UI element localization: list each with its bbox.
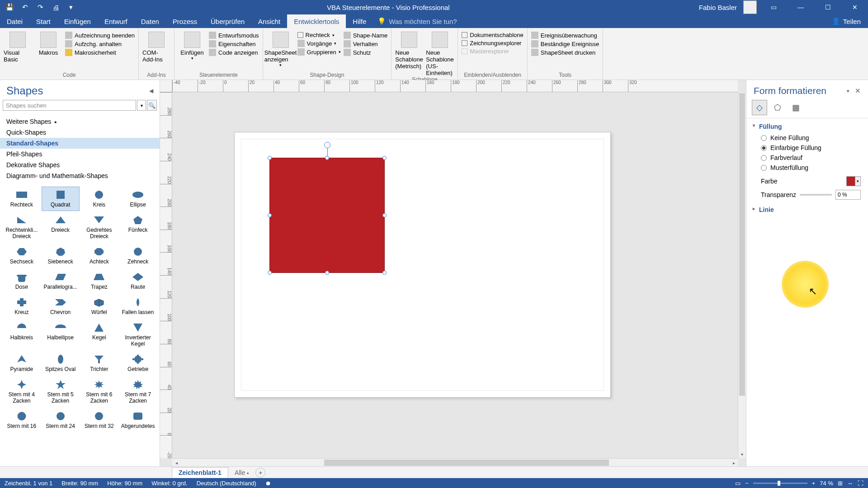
shapesheet-button[interactable]: ShapeSheet anzeigen▾: [267, 30, 295, 67]
collapse-shapes-button[interactable]: ◀: [149, 88, 153, 94]
shape-stencil-item[interactable]: Dose: [3, 269, 41, 293]
com-addins-button[interactable]: COM-Add-Ins: [142, 30, 170, 63]
shape-stencil-item[interactable]: Rechteck: [3, 187, 41, 211]
rotate-handle[interactable]: [324, 142, 330, 148]
macro-security-button[interactable]: Makrosicherheit: [65, 49, 135, 56]
close-button[interactable]: ✕: [844, 0, 865, 14]
fill-option-radio[interactable]: Keine Füllung: [761, 133, 861, 143]
shape-stencil-item[interactable]: Stern mit 5 Zacken: [42, 376, 80, 407]
shape-stencil-item[interactable]: Halbkreis: [3, 319, 41, 350]
shape-stencil-item[interactable]: Stern mit 32: [80, 408, 118, 432]
master-explorer-checkbox[interactable]: Masterexplorer: [462, 48, 524, 55]
shape-stencil-item[interactable]: Dreieck: [42, 212, 80, 243]
status-language[interactable]: Deutsch (Deutschland): [197, 480, 256, 487]
resize-handle-ne[interactable]: [382, 156, 387, 160]
operations-button[interactable]: Vorgänge▾: [297, 40, 341, 47]
shape-stencil-item[interactable]: Fünfeck: [119, 212, 157, 243]
minimize-button[interactable]: —: [790, 0, 811, 14]
presentation-mode-icon[interactable]: ▭: [735, 480, 741, 487]
properties-button[interactable]: Eigenschaften: [209, 40, 259, 47]
shapes-search-input[interactable]: Shapes suchen: [3, 100, 136, 111]
tab-ueberpruefen[interactable]: Überprüfen: [204, 14, 251, 28]
shape-stencil-item[interactable]: Stern mit 4 Zacken: [3, 376, 41, 407]
shape-stencil-item[interactable]: Achteck: [80, 244, 118, 268]
new-stencil-us-button[interactable]: Neue Schablone (US-Einheiten): [426, 30, 454, 76]
fill-option-radio[interactable]: Farbverlauf: [761, 153, 861, 163]
shape-stencil-item[interactable]: Stern mit 6 Zacken: [80, 376, 118, 407]
share-button[interactable]: 👤 Teilen: [825, 17, 868, 25]
shape-stencil-item[interactable]: Stern mit 24: [42, 408, 80, 432]
zoom-in-button[interactable]: +: [812, 480, 816, 487]
zoom-out-button[interactable]: −: [745, 480, 749, 487]
format-pane-options[interactable]: ▾: [847, 88, 849, 94]
resize-handle-n[interactable]: [325, 156, 329, 160]
tab-entwicklertools[interactable]: Entwicklertools: [287, 14, 346, 28]
resize-handle-sw[interactable]: [268, 271, 272, 275]
shape-category[interactable]: Standard-Shapes: [0, 138, 160, 149]
maximize-button[interactable]: ☐: [817, 0, 838, 14]
tell-me-search[interactable]: 💡 Was möchten Sie tun?: [377, 17, 457, 25]
tab-start[interactable]: Start: [29, 14, 57, 28]
shape-category[interactable]: Diagramm- und Mathematik-Shapes: [0, 170, 160, 181]
shape-stencil-item[interactable]: Halbellipse: [42, 319, 80, 350]
user-name[interactable]: Fabio Basler: [699, 4, 737, 11]
shape-category[interactable]: Pfeil-Shapes: [0, 149, 160, 160]
shape-category[interactable]: Weitere Shapes▸: [0, 116, 160, 127]
resize-handle-s[interactable]: [325, 271, 329, 275]
notes-icon[interactable]: ▭: [763, 0, 784, 14]
shape-stencil-item[interactable]: Siebeneck: [42, 244, 80, 268]
search-filter-dropdown[interactable]: ▾: [137, 100, 146, 111]
tab-prozess[interactable]: Prozess: [166, 14, 204, 28]
shape-stencil-item[interactable]: Invertierter Kegel: [119, 319, 157, 350]
zoom-level[interactable]: 74 %: [820, 480, 833, 487]
resize-handle-w[interactable]: [268, 213, 272, 217]
protection-button[interactable]: Schutz: [344, 49, 388, 56]
shape-stencil-item[interactable]: Zehneck: [119, 244, 157, 268]
shape-stencil-item[interactable]: Kreis: [80, 187, 118, 211]
resize-handle-nw[interactable]: [268, 156, 272, 160]
shape-stencil-item[interactable]: Parallelogra...: [42, 269, 80, 293]
tab-einfuegen[interactable]: Einfügen: [57, 14, 98, 28]
fill-color-picker[interactable]: ▾: [846, 176, 861, 186]
tab-datei[interactable]: Datei: [0, 14, 29, 28]
shape-stencil-item[interactable]: Trichter: [80, 351, 118, 375]
shape-stencil-item[interactable]: Chevron: [42, 294, 80, 319]
shape-category[interactable]: Quick-Shapes: [0, 127, 160, 138]
all-pages-button[interactable]: Alle▴: [230, 468, 254, 478]
drawing-page[interactable]: [234, 132, 611, 398]
tab-daten[interactable]: Daten: [134, 14, 166, 28]
fill-option-radio[interactable]: Musterfüllung: [761, 163, 861, 173]
line-section-header[interactable]: Linie: [746, 202, 868, 216]
shape-stencil-item[interactable]: Quadrat: [42, 187, 80, 211]
resize-handle-e[interactable]: [382, 213, 387, 217]
shape-stencil-item[interactable]: Trapez: [80, 269, 118, 293]
rectangle-tool-button[interactable]: Rechteck▾: [297, 32, 341, 38]
shape-stencil-item[interactable]: Rechtwinkli... Dreieck: [3, 212, 41, 243]
transparency-slider[interactable]: [800, 194, 832, 196]
shapename-button[interactable]: Shape-Name: [344, 32, 388, 39]
shape-stencil-item[interactable]: Stern mit 16: [3, 408, 41, 432]
shape-stencil-item[interactable]: Würfel: [80, 294, 118, 319]
redo-icon[interactable]: ↷: [35, 2, 45, 12]
tab-ansicht[interactable]: Ansicht: [251, 14, 287, 28]
shape-stencil-item[interactable]: Pyramide: [3, 351, 41, 375]
selected-shape-square[interactable]: [269, 158, 385, 273]
print-icon[interactable]: 🖨: [51, 2, 61, 12]
insert-control-button[interactable]: Einfügen▾: [178, 30, 206, 61]
fill-section-header[interactable]: Füllung: [746, 118, 868, 133]
doc-stencil-checkbox[interactable]: Dokumentschablone: [462, 32, 524, 38]
fit-width-icon[interactable]: ↔: [847, 480, 853, 487]
qat-more-icon[interactable]: ▾: [66, 2, 76, 12]
effects-tab[interactable]: ⬠: [770, 100, 785, 115]
fill-line-tab[interactable]: ◇: [752, 100, 767, 115]
shape-stencil-item[interactable]: Abgerundetes: [119, 408, 157, 432]
tab-hilfe[interactable]: Hilfe: [346, 14, 373, 28]
status-record-icon[interactable]: ⏺: [265, 480, 271, 487]
behavior-button[interactable]: Verhalten: [344, 40, 388, 47]
group-button[interactable]: Gruppieren▾: [297, 48, 341, 56]
record-pause-button[interactable]: Aufzchg. anhalten: [65, 40, 135, 47]
format-pane-close[interactable]: ✕: [855, 87, 861, 95]
visual-basic-button[interactable]: Visual Basic: [4, 30, 32, 63]
horizontal-scrollbar[interactable]: ◂▸: [172, 458, 738, 466]
user-avatar[interactable]: [743, 0, 757, 14]
